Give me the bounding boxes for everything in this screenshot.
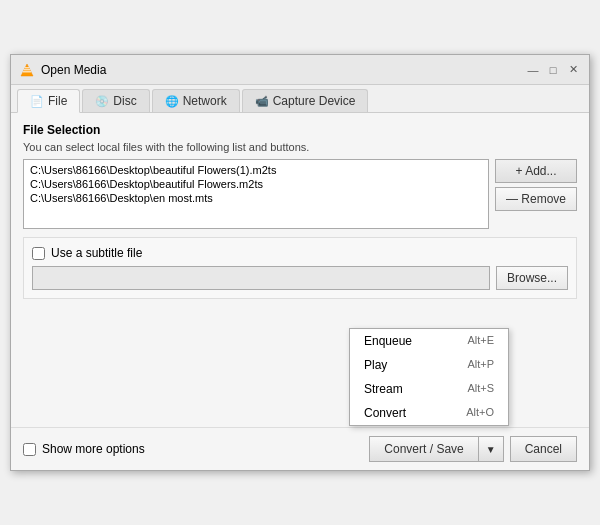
- tab-network-label: Network: [183, 94, 227, 108]
- vlc-icon: [19, 62, 35, 78]
- capture-tab-icon: 📹: [255, 95, 269, 108]
- list-item[interactable]: C:\Users\86166\Desktop\beautiful Flowers…: [27, 177, 485, 191]
- section-title: File Selection: [23, 123, 577, 137]
- subtitle-input-row: Browse...: [32, 266, 568, 290]
- file-list[interactable]: C:\Users\86166\Desktop\beautiful Flowers…: [23, 159, 489, 229]
- dropdown-item-convert[interactable]: Convert Alt+O: [350, 401, 508, 425]
- tab-bar: 📄 File 💿 Disc 🌐 Network 📹 Capture Device: [11, 85, 589, 113]
- convert-save-group: Convert / Save ▼: [369, 436, 503, 462]
- subtitle-path-input[interactable]: [32, 266, 490, 290]
- dropdown-play-shortcut: Alt+P: [467, 358, 494, 372]
- svg-rect-3: [23, 71, 31, 73]
- remove-button[interactable]: — Remove: [495, 187, 577, 211]
- file-action-buttons: + Add... — Remove: [495, 159, 577, 229]
- convert-save-button[interactable]: Convert / Save: [369, 436, 477, 462]
- tab-disc[interactable]: 💿 Disc: [82, 89, 149, 112]
- file-list-area: C:\Users\86166\Desktop\beautiful Flowers…: [23, 159, 577, 229]
- list-item[interactable]: C:\Users\86166\Desktop\beautiful Flowers…: [27, 163, 485, 177]
- show-more-checkbox[interactable]: [23, 443, 36, 456]
- subtitle-label: Use a subtitle file: [51, 246, 142, 260]
- svg-rect-2: [24, 69, 30, 71]
- open-media-window: Open Media — □ ✕ 📄 File 💿 Disc 🌐 Network…: [10, 54, 590, 471]
- svg-rect-1: [25, 67, 29, 69]
- window-title: Open Media: [41, 63, 106, 77]
- list-item[interactable]: C:\Users\86166\Desktop\en most.mts: [27, 191, 485, 205]
- dropdown-stream-shortcut: Alt+S: [467, 382, 494, 396]
- tab-disc-label: Disc: [113, 94, 136, 108]
- tab-capture[interactable]: 📹 Capture Device: [242, 89, 369, 112]
- dropdown-stream-label: Stream: [364, 382, 403, 396]
- show-more-row: Show more options: [23, 442, 145, 456]
- file-tab-icon: 📄: [30, 95, 44, 108]
- dropdown-convert-label: Convert: [364, 406, 406, 420]
- minimize-button[interactable]: —: [525, 62, 541, 78]
- show-more-label: Show more options: [42, 442, 145, 456]
- add-button[interactable]: + Add...: [495, 159, 577, 183]
- cancel-button[interactable]: Cancel: [510, 436, 577, 462]
- dropdown-item-play[interactable]: Play Alt+P: [350, 353, 508, 377]
- dropdown-convert-shortcut: Alt+O: [466, 406, 494, 420]
- network-tab-icon: 🌐: [165, 95, 179, 108]
- maximize-button[interactable]: □: [545, 62, 561, 78]
- subtitle-checkbox-row: Use a subtitle file: [32, 246, 568, 260]
- title-bar-left: Open Media: [19, 62, 106, 78]
- tab-capture-label: Capture Device: [273, 94, 356, 108]
- title-bar-controls: — □ ✕: [525, 62, 581, 78]
- convert-dropdown-arrow[interactable]: ▼: [478, 436, 504, 462]
- tab-network[interactable]: 🌐 Network: [152, 89, 240, 112]
- dropdown-item-enqueue[interactable]: Enqueue Alt+E: [350, 329, 508, 353]
- dropdown-menu: Enqueue Alt+E Play Alt+P Stream Alt+S Co…: [349, 328, 509, 426]
- tab-file-label: File: [48, 94, 67, 108]
- subtitle-checkbox[interactable]: [32, 247, 45, 260]
- title-bar: Open Media — □ ✕: [11, 55, 589, 85]
- bottom-bar: Show more options Convert / Save ▼ Cance…: [11, 427, 589, 470]
- tab-file[interactable]: 📄 File: [17, 89, 80, 113]
- subtitle-browse-button[interactable]: Browse...: [496, 266, 568, 290]
- dropdown-item-stream[interactable]: Stream Alt+S: [350, 377, 508, 401]
- dropdown-enqueue-label: Enqueue: [364, 334, 412, 348]
- section-description: You can select local files with the foll…: [23, 141, 577, 153]
- close-button[interactable]: ✕: [565, 62, 581, 78]
- bottom-buttons: Convert / Save ▼ Cancel: [369, 436, 577, 462]
- dropdown-play-label: Play: [364, 358, 387, 372]
- disc-tab-icon: 💿: [95, 95, 109, 108]
- subtitle-area: Use a subtitle file Browse...: [23, 237, 577, 299]
- dropdown-enqueue-shortcut: Alt+E: [467, 334, 494, 348]
